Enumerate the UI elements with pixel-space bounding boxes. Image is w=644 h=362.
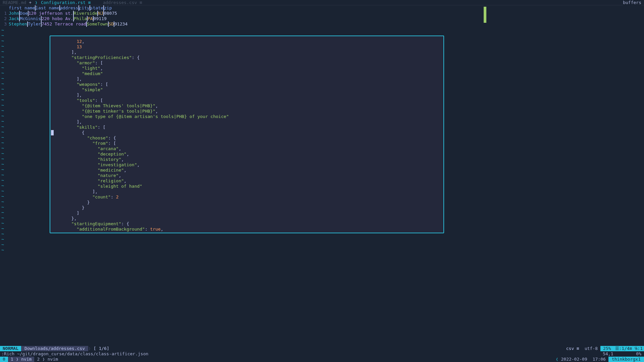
- tmux-window-2[interactable]: 2 ❭ nvim: [34, 357, 61, 362]
- table-row: 2Jack,McGinnis,220 hobo Av.,Phila, PA,09…: [0, 16, 644, 21]
- filetype: csv ≡: [564, 346, 582, 351]
- cursor: [51, 130, 54, 135]
- tab-addresses[interactable]: addresses.csv ≡: [100, 0, 145, 5]
- line-col: ☰:1/4≡ ℅:1: [614, 346, 644, 351]
- tmux-time: 17:06: [590, 357, 608, 362]
- tmux-date: 2022-02-09: [558, 357, 590, 362]
- mode-indicator: NORMAL: [0, 346, 21, 351]
- csv-header: first name, last name, address, city, st…: [0, 5, 644, 11]
- tab-configuration[interactable]: Configuration.rst ≡: [38, 0, 94, 5]
- scroll-pct: 0%: [636, 351, 641, 356]
- tmux-statusbar: 0 1 ❭ nvim 2 ❭ nvim ❬ 2022-02-09 17:06 t…: [0, 357, 644, 362]
- command-line[interactable]: :Rich ~/git/dragon_curse/data/class/clas…: [0, 351, 644, 357]
- buffer-tabs: README.md + ❭ Configuration.rst ≡ addres…: [0, 0, 644, 5]
- empty-lines: ~~~~~~~~~~~~~~~~~~~~~~~~~~~~~~~~~~~~~~~~…: [0, 27, 4, 253]
- tab-readme[interactable]: README.md +: [0, 0, 34, 5]
- rich-preview-popup[interactable]: 12, 13 ], "startingProficiencies": { "ar…: [50, 36, 444, 233]
- table-row: 3Stephen,Tyler,7452 Terrace road,SomeTow…: [0, 21, 644, 27]
- tmux-session[interactable]: 0: [0, 357, 8, 362]
- tmux-window-1[interactable]: 1 ❭ nvim: [8, 357, 35, 362]
- percent: 25%: [600, 346, 613, 351]
- file-path: Downloads/addresses.csv: [21, 346, 88, 351]
- encoding: utf-8: [582, 346, 600, 351]
- buffers-label: buffers: [623, 0, 641, 5]
- csv-content[interactable]: 1John,Doe,120 jefferson st.,Riverside, N…: [0, 11, 644, 27]
- scroll-indicator: [484, 7, 486, 23]
- tmux-hostname: thinkborgx1: [608, 357, 644, 362]
- statusline: NORMAL Downloads/addresses.csv ❭ [ 1/6] …: [0, 346, 644, 351]
- command-text: :Rich ~/git/dragon_curse/data/class/clas…: [1, 351, 148, 357]
- search-match: [ 1/6]: [91, 346, 112, 351]
- cursor-pos: 54,1: [603, 351, 633, 356]
- table-row: 1John,Doe,120 jefferson st.,Riverside, N…: [0, 11, 644, 16]
